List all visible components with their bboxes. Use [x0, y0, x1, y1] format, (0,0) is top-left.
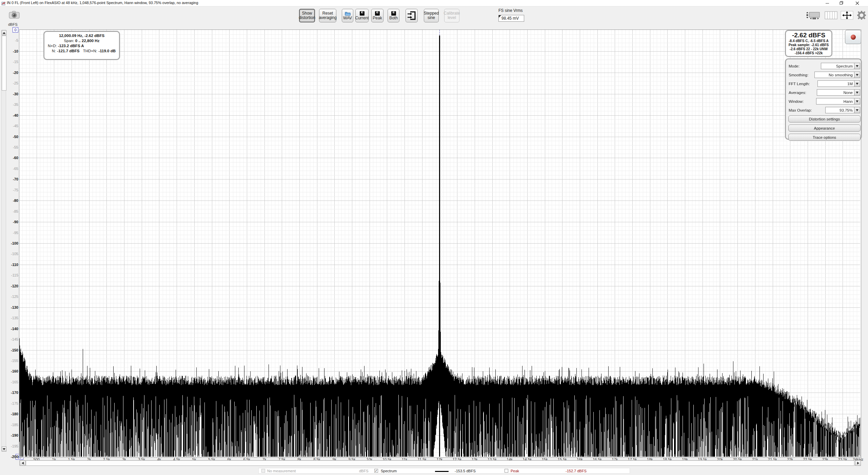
nd-value: -123.2 dBFS A: [58, 44, 84, 48]
averages-select[interactable]: None: [817, 89, 860, 96]
averages-value: None: [817, 89, 854, 96]
distortion-settings-button[interactable]: Distortion settings: [788, 115, 861, 122]
no-measurement-checkbox[interactable]: [261, 469, 265, 473]
level-peak-sample: Peak sample: -2.61 dBFS: [786, 43, 831, 47]
chevron-down-icon[interactable]: [854, 80, 860, 87]
status-unit-label: dBFS: [359, 469, 369, 473]
peak-trace-checkbox[interactable]: [505, 469, 508, 473]
horizontal-scrollbar[interactable]: [19, 460, 861, 466]
trace-options-button[interactable]: Trace options: [788, 134, 861, 141]
vertical-scrollbar[interactable]: [1, 30, 6, 451]
spectrum-plot[interactable]: 12,000.09 Hz, -2.62 dBFS Span: 0 .. 22,8…: [19, 30, 861, 458]
nd-label: N+D:: [48, 44, 57, 48]
window-row: Window: Hann: [789, 98, 860, 104]
n-value: -121.7 dBFS: [57, 49, 80, 53]
peak-cursor-value: -152.7 dBFS: [566, 469, 587, 473]
peak-trace-label: Peak: [511, 469, 519, 473]
chevron-down-icon[interactable]: [854, 89, 860, 96]
max-overlap-select[interactable]: 93.75%: [825, 107, 860, 113]
spectrum-canvas[interactable]: [19, 30, 860, 457]
fft-length-label: FFT Length:: [789, 82, 810, 86]
scroll-up-button[interactable]: [2, 30, 6, 35]
mode-select[interactable]: Spectrum: [821, 63, 860, 69]
level-weighted: -8.4 dBFS C, -6.5 dBFS A: [786, 39, 831, 43]
smoothing-label: Smoothing:: [789, 73, 808, 77]
n-label: N:: [52, 49, 56, 53]
level-main-value: -2.62 dBFS: [786, 32, 831, 39]
trace-status-bar: No measurement dBFS ✓ Spectrum -153.5 dB…: [258, 468, 630, 474]
thdn-value: -119.0 dB: [99, 49, 116, 53]
spectrum-cursor-value: -153.5 dBFS: [455, 469, 476, 473]
horizontal-scrollbar-thumb[interactable]: [26, 460, 854, 466]
chevron-down-icon[interactable]: [854, 107, 860, 113]
chevron-down-icon[interactable]: [854, 63, 860, 69]
appearance-button[interactable]: Appearance: [788, 125, 861, 132]
level-band: -2.6 dBFS 22 - 22k UNW: [786, 47, 831, 51]
max-overlap-value: 93.75%: [825, 107, 854, 113]
app-window: IN 0 FL (Front Left) on FlexASIO at 48 k…: [0, 0, 868, 475]
window-select[interactable]: Hann: [816, 98, 860, 104]
smoothing-select[interactable]: No smoothing: [814, 72, 860, 78]
cursor-freq-level: 12,000.09 Hz, -2.62 dBFS: [48, 34, 116, 38]
scroll-left-button[interactable]: [20, 460, 25, 466]
max-overlap-row: Max Overlap: 93.75%: [789, 107, 860, 113]
cursor-info-box: 12,000.09 Hz, -2.62 dBFS Span: 0 .. 22,8…: [43, 31, 120, 60]
smoothing-row: Smoothing: No smoothing: [789, 72, 860, 78]
averages-label: Averages:: [789, 91, 806, 95]
spectrum-line-swatch: [435, 471, 449, 472]
window-value: Hann: [816, 98, 854, 104]
fft-length-row: FFT Length: 1M: [789, 80, 860, 87]
chevron-down-icon[interactable]: [854, 72, 860, 78]
window-label: Window:: [789, 99, 804, 103]
spectrum-trace-label: Spectrum: [381, 469, 397, 473]
spectrum-trace-checkbox[interactable]: ✓: [374, 469, 378, 473]
record-indicator-button[interactable]: [845, 30, 861, 44]
smoothing-value: No smoothing: [814, 72, 854, 78]
mode-label: Mode:: [789, 64, 800, 68]
fft-length-select[interactable]: 1M: [817, 80, 860, 87]
thdn-label: THD+N:: [83, 49, 97, 53]
span-value: 0 .. 22,800 Hz: [75, 39, 100, 43]
averages-row: Averages: None: [789, 89, 860, 96]
mode-row: Mode: Spectrum: [789, 63, 860, 69]
level-above-22k: -156.4 dBFS >22k: [786, 51, 831, 55]
max-overlap-label: Max Overlap:: [789, 108, 812, 112]
chevron-down-icon[interactable]: [854, 98, 860, 104]
record-dot-icon: [851, 35, 856, 40]
scroll-down-button[interactable]: [2, 446, 6, 452]
mode-value: Spectrum: [821, 63, 854, 69]
scroll-right-button[interactable]: [855, 460, 861, 466]
settings-panel: Mode: Spectrum Smoothing: No smoothing F…: [785, 58, 862, 140]
span-label: Span:: [64, 39, 74, 43]
fft-length-value: 1M: [817, 80, 854, 87]
vertical-scrollbar-thumb[interactable]: [2, 36, 6, 91]
level-readout-box: -2.62 dBFS -8.4 dBFS C, -6.5 dBFS A Peak…: [785, 30, 832, 57]
no-measurement-label: No measurement: [267, 469, 296, 473]
